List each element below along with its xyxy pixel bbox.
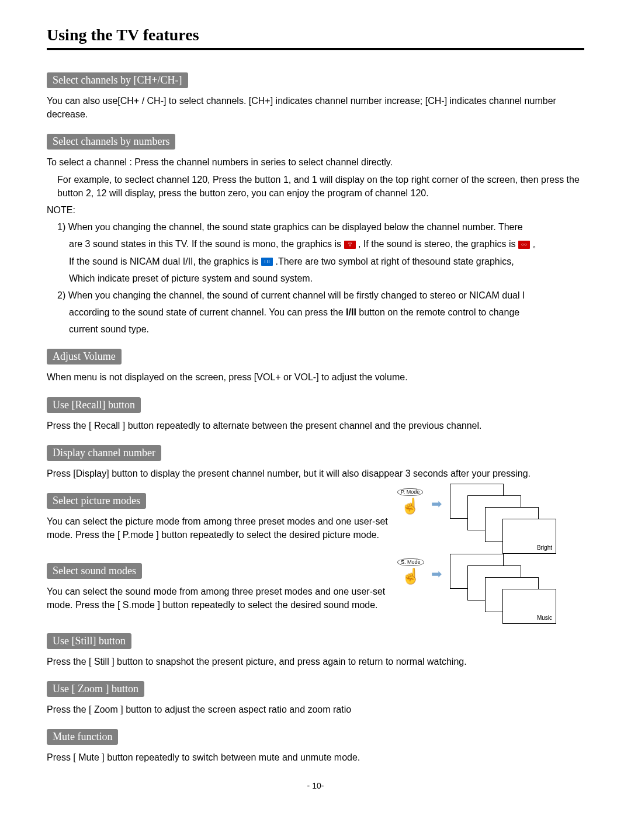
smode-button-icon: S. Mode (397, 558, 424, 566)
mode-label: Bright (537, 544, 552, 551)
text-display: Press [Display] button to display the pr… (47, 467, 584, 480)
note-1-line2-mid: , If the sound is stereo, the graphics i… (358, 239, 515, 249)
note-heading: NOTE: (47, 203, 584, 217)
section-mute: Mute function (47, 729, 118, 745)
page-number: - 10- (47, 781, 584, 790)
text-channels-num-example: For example, to seclect channel 120, Pre… (47, 173, 584, 200)
note-1-line2-end: 。 (532, 239, 542, 249)
note-1-line1: 1) When you changing the channel, the so… (47, 220, 584, 234)
section-volume: Adjust Volume (47, 349, 122, 365)
pmode-button-icon: P. Mode (397, 488, 423, 496)
mode-card: Bright (502, 519, 556, 554)
text-recall: Press the [ Recall ] button repeatedly t… (47, 419, 584, 432)
section-channels-ch: Select channels by [CH+/CH-] (47, 72, 188, 88)
note-2-line2-b: button on the remote control to change (359, 307, 519, 317)
mode-card: Music (502, 589, 556, 624)
text-channels-num-intro: To select a channel : Press the channel … (47, 155, 584, 169)
title-rule (47, 48, 584, 50)
note-2-line3: current sound type. (47, 322, 584, 336)
text-channels-ch: You can also use[CH+ / CH-] to select ch… (47, 94, 584, 121)
diagram-picture-modes: P. Mode ☝ ➡ Normal User Soft Bright (397, 484, 584, 554)
note-2-bold: I/II (346, 307, 356, 317)
remote-hand-smode: S. Mode ☝ (397, 558, 424, 585)
note-1-line2-pre: are 3 sound states in this TV. If the so… (69, 239, 344, 249)
text-sound-modes: You can select the sound mode from among… (47, 585, 390, 612)
section-still: Use [Still] button (47, 633, 131, 649)
mode-label: Music (537, 615, 552, 621)
mono-icon: ▽ (344, 241, 356, 249)
diagram-sound-modes: S. Mode ☝ ➡ Speech Nomal User Music (397, 554, 584, 624)
note-2-line1: 2) When you changing the channel, the so… (47, 289, 584, 302)
arrow-icon: ➡ (431, 497, 442, 512)
note-2-line2-a: according to the sound state of current … (69, 307, 346, 317)
note-1-line4: Which indicate preset of picture system … (47, 272, 584, 285)
stereo-icon: ○○ (518, 241, 530, 249)
text-mute: Press [ Mute ] button repeatedly to swit… (47, 751, 584, 764)
hand-icon: ☝ (397, 567, 424, 585)
arrow-icon: ➡ (431, 567, 442, 582)
page: Using the TV features Select channels by… (23, 0, 608, 802)
section-channels-num: Select channels by numbers (47, 134, 175, 150)
text-volume: When menu is not displayed on the screen… (47, 370, 584, 384)
text-zoom: Press the [ Zoom ] button to adjust the … (47, 703, 584, 716)
section-picture-modes: Select picture modes (47, 493, 146, 509)
section-display: Display channel number (47, 445, 161, 461)
remote-hand-pmode: P. Mode ☝ (397, 488, 423, 515)
text-picture-modes: You can select the picture mode from amo… (47, 515, 390, 542)
page-title: Using the TV features (47, 26, 584, 44)
section-zoom: Use [ Zoom ] button (47, 681, 144, 697)
section-sound-modes: Select sound modes (47, 563, 142, 579)
text-still: Press the [ Still ] button to snapshot t… (47, 655, 584, 668)
note-1-line3: If the sound is NICAM dual I/II, the gra… (47, 255, 584, 268)
note-1-line2: are 3 sound states in this TV. If the so… (47, 237, 584, 251)
nicam-icon: I II (261, 258, 273, 266)
hand-icon: ☝ (397, 497, 423, 515)
note-1-line3-post: .There are two symbol at right of thesou… (276, 256, 514, 266)
note-2-line2: according to the sound state of current … (47, 306, 584, 319)
note-1-line3-pre: If the sound is NICAM dual I/II, the gra… (69, 256, 261, 266)
section-recall: Use [Recall] button (47, 397, 141, 413)
